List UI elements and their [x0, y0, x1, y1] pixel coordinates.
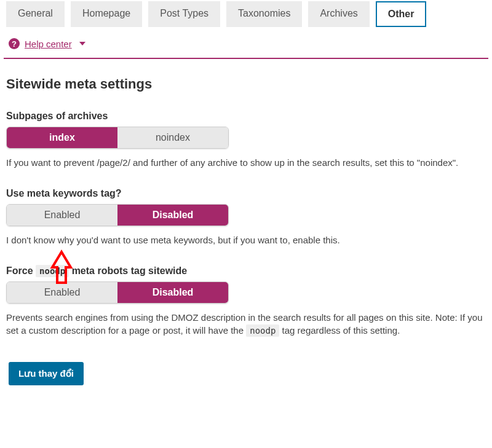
noodp-chip: noodp [36, 265, 69, 277]
noodp-label-pre: Force [6, 265, 33, 276]
subpages-desc: If you want to prevent /page/2/ and furt… [6, 156, 486, 170]
subpages-index[interactable]: index [7, 127, 117, 148]
keywords-desc: I don't know why you'd want to use meta … [6, 234, 486, 247]
keywords-enabled[interactable]: Enabled [7, 205, 117, 226]
help-center-row[interactable]: ? Help center [4, 38, 488, 59]
keywords-label: Use meta keywords tag? [6, 188, 488, 199]
tabs: General Homepage Post Types Taxonomies A… [4, 1, 488, 27]
tab-other[interactable]: Other [376, 1, 427, 27]
keywords-toggle: Enabled Disabled [6, 204, 229, 226]
page-title: Sitewide meta settings [6, 76, 488, 92]
noodp-desc-post: tag regardless of this setting. [282, 325, 400, 336]
noodp-desc-pre: Prevents search engines from using the D… [6, 312, 483, 336]
subpages-noindex[interactable]: noindex [117, 127, 228, 148]
tab-general[interactable]: General [6, 1, 65, 27]
save-button[interactable]: Lưu thay đổi [9, 362, 84, 385]
help-center-link[interactable]: Help center [25, 39, 72, 49]
noodp-enabled[interactable]: Enabled [7, 282, 117, 303]
question-icon: ? [9, 38, 20, 49]
noodp-toggle: Enabled Disabled [6, 281, 229, 304]
keywords-disabled[interactable]: Disabled [117, 205, 228, 226]
noodp-desc: Prevents search engines from using the D… [6, 311, 486, 338]
noodp-disabled[interactable]: Disabled [117, 282, 228, 303]
chevron-down-icon [79, 42, 85, 45]
subpages-label: Subpages of archives [6, 111, 488, 122]
noodp-label: Force noodp meta robots tag sitewide [6, 265, 488, 277]
noodp-desc-chip: noodp [246, 324, 279, 337]
tab-homepage[interactable]: Homepage [71, 1, 142, 27]
subpages-toggle: index noindex [6, 127, 229, 149]
tab-taxonomies[interactable]: Taxonomies [226, 1, 302, 27]
noodp-label-post: meta robots tag sitewide [72, 265, 188, 276]
tab-post-types[interactable]: Post Types [148, 1, 220, 27]
tab-archives[interactable]: Archives [308, 1, 369, 27]
